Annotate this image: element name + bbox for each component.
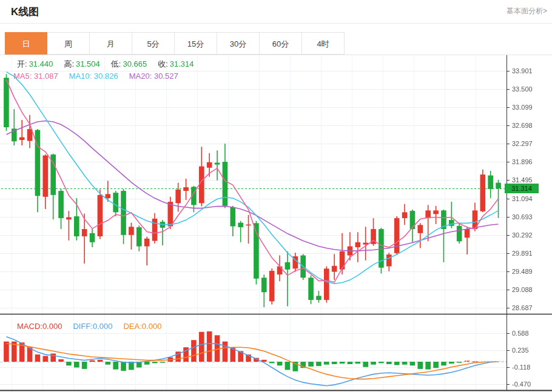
page-title: K线图 [11,5,39,19]
current-price-tag: 31.314 [505,184,539,193]
period-tab-6[interactable]: 30分 [217,32,260,55]
period-tab-7[interactable]: 60分 [260,32,302,55]
header-divider [0,23,552,24]
period-tab-4[interactable]: 5分 [132,32,175,55]
fundamental-analysis-link[interactable]: 基本面分析> [507,6,547,16]
period-tab-bar: 日周月5分15分30分60分4时 [0,32,552,55]
period-tab-8[interactable]: 4时 [302,32,345,55]
period-tab-1[interactable]: 日 [5,32,47,55]
period-tab-3[interactable]: 月 [90,32,132,55]
kline-chart-canvas[interactable] [0,55,552,392]
period-tab-5[interactable]: 15分 [175,32,217,55]
period-tab-2[interactable]: 周 [47,32,90,55]
